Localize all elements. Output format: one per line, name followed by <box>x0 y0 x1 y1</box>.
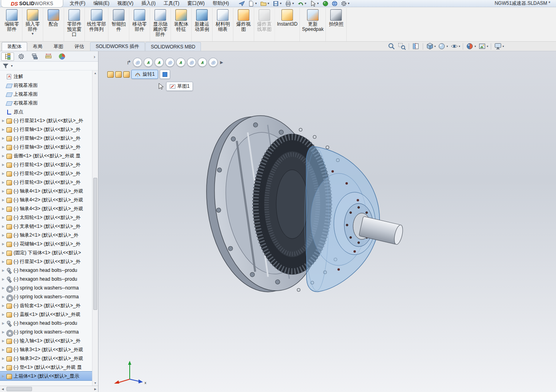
sketch-chip[interactable]: 草图1 <box>166 82 193 91</box>
command-tab[interactable]: SOLIDWORKS 插件 <box>90 42 145 51</box>
tree-item[interactable]: ▶ (-) 太阳轮<1> (默认<<默认>_外 <box>0 213 92 222</box>
tree-item[interactable]: ▶ 齿圈<1> (默认<<默认>_外观 显 <box>0 151 92 160</box>
scrollbar-thumb[interactable] <box>6 387 32 391</box>
dimxpertmanager-tab-icon[interactable] <box>42 52 55 61</box>
ribbon-button[interactable]: 编辑零 部件 <box>2 8 22 41</box>
chevron-down-icon[interactable]: ▼ <box>267 2 270 5</box>
tree-item[interactable]: ▶ (-) spring lock washers--norma <box>0 283 92 292</box>
tree-item[interactable]: ▶ (-) 行星架1<1> (默认<<默认>_外 <box>0 116 92 125</box>
menu-item[interactable]: 插入(I) <box>141 0 156 7</box>
chevron-down-icon[interactable]: ▼ <box>317 2 319 5</box>
command-tab[interactable]: 布局 <box>27 42 48 51</box>
chevron-down-icon[interactable]: ▾ <box>446 45 448 48</box>
ribbon-button[interactable]: 线性零部 件阵列 <box>85 8 108 41</box>
open-file-icon[interactable]: ▼ <box>259 0 271 7</box>
scroll-down-icon[interactable]: ▼ <box>94 380 97 386</box>
tree-item[interactable]: ▶ (-) hexagon head bolts--produ <box>0 266 92 275</box>
tree-item[interactable]: ▶ (-) 行星轮<1> (默认<<默认>_外 <box>0 160 92 169</box>
scroll-left-icon[interactable]: ◀ <box>0 388 5 391</box>
tree-item[interactable]: ▶ (-) 垫<1> (默认<<默认>_外观 显 <box>0 363 92 372</box>
command-tab[interactable]: 草图 <box>48 42 69 51</box>
tree-item[interactable]: ▶ 上箱体<1> (默认<<默认>_显示 <box>0 372 92 380</box>
tree-item[interactable]: ▶ (-) 行星轴<3> (默认<<默认>_外 <box>0 143 92 151</box>
expand-arrow-icon[interactable]: ▶ <box>1 304 6 308</box>
expand-arrow-icon[interactable]: ▶ <box>1 295 6 299</box>
expand-arrow-icon[interactable]: ▶ <box>1 172 6 175</box>
expand-arrow-icon[interactable]: ▶ <box>1 322 6 325</box>
tree-item[interactable]: ▶ (-) hexagon head bolts--produ <box>0 275 92 283</box>
ribbon-button[interactable]: 爆炸视 图 <box>233 8 254 41</box>
ribbon-button[interactable]: 移动零 部件 <box>129 8 150 41</box>
tree-item[interactable]: ▶ (-) 支承销<1> (默认<<默认>_外 <box>0 222 92 231</box>
rebuild-icon[interactable] <box>321 0 329 7</box>
ribbon-button[interactable]: 新建运 动算例 <box>192 8 213 41</box>
chevron-down-icon[interactable]: ▾ <box>474 45 476 48</box>
breadcrumb-arrow-icon[interactable]: ↱ <box>126 59 131 66</box>
graphics-area[interactable]: ↱ ◎∧∧◎∧◎∧◎ ▶ 旋转1 <box>98 51 556 392</box>
view-orientation-icon[interactable]: ▾ <box>425 42 437 50</box>
tree-item[interactable]: ▶ (-) 轴承4<1> (默认<<默认>_外观 <box>0 187 92 195</box>
view-settings-icon[interactable]: ▾ <box>493 42 505 50</box>
new-document-icon[interactable]: ▼ <box>247 0 258 7</box>
expand-arrow-icon[interactable]: ▶ <box>1 207 6 211</box>
component-icon[interactable] <box>107 71 114 78</box>
configurationmanager-tab-icon[interactable] <box>28 52 41 61</box>
tree-item[interactable]: ▶ (-) 轴承2<1> (默认<<默认>_外 <box>0 231 92 239</box>
expand-arrow-icon[interactable]: ▶ <box>1 242 6 246</box>
command-tab[interactable]: SOLIDWORKS MBD <box>145 42 201 51</box>
ribbon-button[interactable]: 拍快照 <box>326 8 347 41</box>
more-mates-chevron-icon[interactable]: ▶ <box>220 60 223 64</box>
hide-show-items-icon[interactable]: ▾ <box>450 42 461 50</box>
tree-item[interactable]: ▶ (-) hexagon head bolts--produ <box>0 319 92 328</box>
menu-item[interactable]: 视图(V) <box>116 0 134 7</box>
chevron-down-icon[interactable]: ▼ <box>304 2 307 5</box>
tree-item[interactable]: 前视基准面 <box>0 81 92 90</box>
mate-concentric-icon[interactable]: ◎ <box>133 58 142 67</box>
tree-item[interactable]: ▶ (-) 行星轮<3> (默认<<默认>_外 <box>0 178 92 187</box>
scroll-right-icon[interactable]: ▶ <box>93 388 98 391</box>
apply-scene-icon[interactable]: ▾ <box>478 42 489 50</box>
ribbon-button[interactable]: 显示隐 藏的零 部件 <box>150 8 171 41</box>
expand-arrow-icon[interactable]: ▶ <box>1 145 6 149</box>
menu-item[interactable]: 工具(T) <box>163 0 180 7</box>
menu-item[interactable]: 帮助(H) <box>212 0 230 7</box>
tree-item[interactable]: ▶ (-) 轴承4<3> (默认<<默认>_外观 <box>0 204 92 213</box>
expand-arrow-icon[interactable]: ▶ <box>1 374 6 378</box>
ribbon-button[interactable]: 插入零 部件 ▼ <box>22 8 43 41</box>
ribbon-button[interactable]: Instant3D <box>275 8 300 41</box>
expand-arrow-icon[interactable]: ▶ <box>1 225 6 228</box>
expand-arrow-icon[interactable]: ▶ <box>1 366 6 369</box>
section-view-icon[interactable] <box>411 42 421 50</box>
chevron-down-icon[interactable]: ▾ <box>502 45 504 48</box>
expand-arrow-icon[interactable]: ▶ <box>1 339 6 343</box>
help-icon[interactable] <box>331 0 339 7</box>
tree-item[interactable]: 上视基准面 <box>0 90 92 99</box>
selection-square-icon[interactable] <box>160 70 170 79</box>
expand-arrow-icon[interactable]: ▶ <box>1 198 6 202</box>
revolve-feature-chip[interactable]: 旋转1 <box>131 70 158 79</box>
tree-item[interactable]: 原点 <box>0 107 92 116</box>
expand-arrow-icon[interactable]: ▶ <box>1 313 6 316</box>
expand-arrow-icon[interactable]: ▶ <box>1 137 6 140</box>
mate-concentric-icon[interactable]: ◎ <box>165 58 175 67</box>
ribbon-button[interactable]: 零部件 预览窗 口 <box>64 8 85 41</box>
tree-vertical-scrollbar[interactable]: ▲ ▼ <box>92 70 98 386</box>
chevron-down-icon[interactable]: ▼ <box>255 2 257 5</box>
expand-arrow-icon[interactable]: ▶ <box>1 119 6 123</box>
filter-funnel-icon[interactable] <box>2 63 9 69</box>
scroll-up-icon[interactable]: ▲ <box>94 70 97 76</box>
expand-arrow-icon[interactable]: ▶ <box>1 189 6 193</box>
displaymanager-tab-icon[interactable] <box>56 52 68 61</box>
tree-item[interactable]: ▶ (-) 轴承3<2> (默认<<默认>_外观 <box>0 354 92 363</box>
expand-arrow-icon[interactable]: ▶ <box>1 330 6 334</box>
menu-item[interactable]: 文件(F) <box>69 0 86 7</box>
menu-item[interactable]: 窗口(W) <box>187 0 205 7</box>
expand-arrow-icon[interactable]: ▶ <box>1 128 6 131</box>
chevron-down-icon[interactable]: ▾ <box>487 45 488 48</box>
zoom-area-icon[interactable] <box>397 42 407 50</box>
propertymanager-tab-icon[interactable] <box>15 52 28 61</box>
mate-coincident-icon[interactable]: ∧ <box>155 58 164 67</box>
options-gear-icon[interactable]: ▼ <box>340 0 351 7</box>
panel-flyout-chevron-icon[interactable]: › <box>92 54 97 60</box>
scrollbar-thumb[interactable] <box>93 178 97 310</box>
